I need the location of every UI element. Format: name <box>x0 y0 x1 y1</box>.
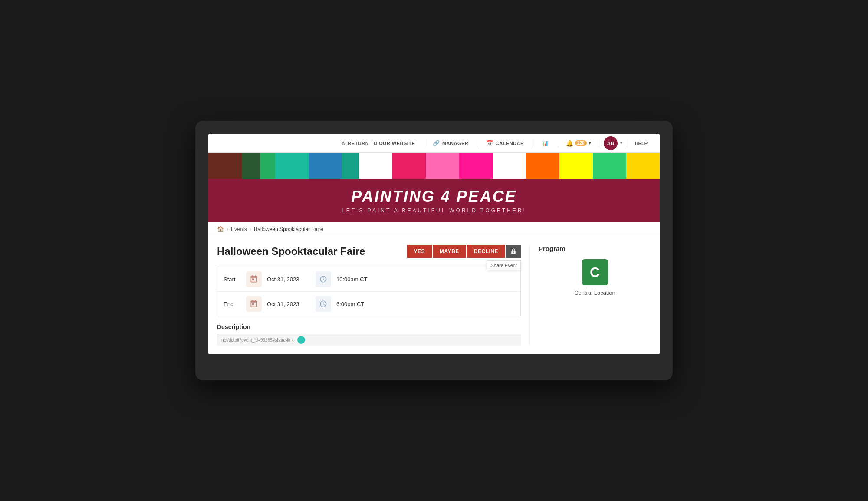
bell-icon: 🔔 <box>566 140 573 147</box>
calendar-nav[interactable]: 📅 CALENDAR <box>482 137 528 149</box>
nav-divider-3 <box>533 139 533 148</box>
top-navigation: ⎋ RETURN TO OUR WEBSITE 🔗 MANAGER 📅 CALE… <box>208 134 660 153</box>
breadcrumb-current: Halloween Spooktacular Faire <box>254 226 323 232</box>
breadcrumb: 🏠 › Events › Halloween Spooktacular Fair… <box>208 222 660 236</box>
hero-title: PAINTING 4 PEACE <box>351 188 516 206</box>
share-button[interactable] <box>506 245 521 258</box>
share-icon <box>510 248 516 254</box>
link-icon: 🔗 <box>433 140 440 146</box>
description-label: Description <box>217 323 521 330</box>
nav-divider-2 <box>477 139 477 148</box>
maybe-button[interactable]: MAYBE <box>433 245 466 258</box>
event-right-column: Program C Central Location <box>529 245 651 346</box>
start-date-row: Start Oct 31, 2023 10:00am CT <box>217 267 520 292</box>
nav-divider-6 <box>627 139 627 148</box>
start-time-icon <box>316 271 331 287</box>
notification-dropdown-arrow: ▾ <box>589 140 591 146</box>
home-icon[interactable]: 🏠 <box>217 226 224 232</box>
help-nav[interactable]: HELP <box>631 139 651 148</box>
decline-button[interactable]: DECLINE <box>467 245 505 258</box>
start-label: Start <box>224 276 241 283</box>
hero-subtitle: LET'S PAINT A BEAUTIFUL WORLD TOGETHER! <box>342 208 526 214</box>
avatar-button[interactable]: AB <box>604 136 618 150</box>
event-title: Halloween Spooktacular Faire <box>217 245 365 257</box>
stats-nav[interactable]: 📊 <box>537 137 553 149</box>
avatar-dropdown-arrow: ▾ <box>620 141 622 145</box>
notification-button[interactable]: 🔔 220 ▾ <box>562 138 595 148</box>
breadcrumb-sep-1: › <box>227 226 228 232</box>
start-time-value: 10:00am CT <box>336 276 368 283</box>
program-location: Central Location <box>539 290 651 296</box>
laptop-frame: ⎋ RETURN TO OUR WEBSITE 🔗 MANAGER 📅 CALE… <box>195 121 673 380</box>
event-dates-table: Start Oct 31, 2023 10:00am CT <box>217 267 521 316</box>
end-time-value: 6:00pm CT <box>336 301 364 307</box>
screen: ⎋ RETURN TO OUR WEBSITE 🔗 MANAGER 📅 CALE… <box>208 134 660 354</box>
breadcrumb-sep-2: › <box>250 226 251 232</box>
calendar-icon: 📅 <box>486 140 493 146</box>
share-tooltip: Share Event <box>487 260 521 270</box>
hero-banner: PAINTING 4 PEACE LET'S PAINT A BEAUTIFUL… <box>208 179 660 222</box>
start-date-value: Oct 31, 2023 <box>267 276 310 283</box>
return-website-nav[interactable]: ⎋ RETURN TO OUR WEBSITE <box>338 137 420 149</box>
breadcrumb-events[interactable]: Events <box>231 226 247 232</box>
hero-area: PAINTING 4 PEACE LET'S PAINT A BEAUTIFUL… <box>208 153 660 222</box>
nav-divider-4 <box>558 139 558 148</box>
event-actions: YES MAYBE DECLINE Share Event <box>407 245 521 258</box>
event-header: Halloween Spooktacular Faire YES MAYBE D… <box>217 245 521 258</box>
teal-indicator <box>297 336 305 344</box>
yes-button[interactable]: YES <box>407 245 432 258</box>
bottom-bar: net/detail?event_id=96285#share-link <box>217 334 521 346</box>
chart-icon: 📊 <box>542 140 549 146</box>
end-calendar-icon <box>246 296 262 312</box>
url-text: net/detail?event_id=96285#share-link <box>221 338 294 343</box>
end-time-icon <box>316 296 331 312</box>
start-calendar-icon <box>246 271 262 287</box>
event-left-column: Halloween Spooktacular Faire YES MAYBE D… <box>217 245 529 346</box>
end-date-row: End Oct 31, 2023 6:00pm CT <box>217 292 520 316</box>
nav-divider-5 <box>599 139 599 148</box>
nav-divider-1 <box>424 139 424 148</box>
end-date-value: Oct 31, 2023 <box>267 301 310 307</box>
program-icon[interactable]: C <box>582 259 608 285</box>
notification-count: 220 <box>575 140 587 146</box>
program-label: Program <box>539 245 651 252</box>
manager-nav[interactable]: 🔗 MANAGER <box>428 137 473 149</box>
end-label: End <box>224 301 241 307</box>
return-icon: ⎋ <box>342 140 346 146</box>
main-content: Halloween Spooktacular Faire YES MAYBE D… <box>208 236 660 354</box>
